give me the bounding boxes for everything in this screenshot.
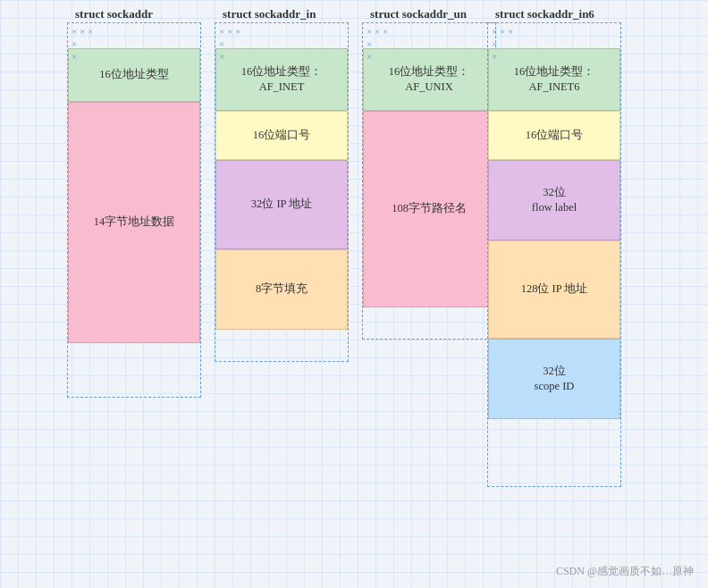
- sockaddr-un-field-0: 16位地址类型：AF_UNIX: [363, 48, 495, 111]
- sockaddr-in6-field-0: 16位地址类型：AF_INET6: [488, 48, 620, 111]
- sockaddr-in6-field-1: 16位端口号: [488, 111, 620, 160]
- struct-sockaddr-un-title: struct sockaddr_un: [370, 7, 467, 21]
- struct-sockaddr-in: struct sockaddr_in 16位地址类型：AF_INET 16位端口…: [215, 22, 349, 362]
- struct-sockaddr-in6-title: struct sockaddr_in6: [495, 7, 594, 21]
- sockaddr-in6-field-4: 32位scope ID: [488, 339, 620, 419]
- watermark: CSDN @感觉画质不如…原神: [556, 564, 694, 579]
- struct-sockaddr: struct sockaddr 16位地址类型 14字节地址数据: [67, 22, 201, 398]
- struct-sockaddr-in-title: struct sockaddr_in: [223, 7, 316, 21]
- struct-sockaddr-un: struct sockaddr_un 16位地址类型：AF_UNIX 108字节…: [362, 22, 496, 340]
- sockaddr-un-field-1: 108字节路径名: [363, 111, 495, 307]
- sockaddr-in6-field-2: 32位flow label: [488, 160, 620, 240]
- sockaddr-in-field-0: 16位地址类型：AF_INET: [215, 48, 348, 111]
- sockaddr-in-field-2: 32位 IP 地址: [215, 160, 348, 249]
- struct-sockaddr-in6: struct sockaddr_in6 16位地址类型：AF_INET6 16位…: [487, 22, 621, 487]
- sockaddr-field-0: 16位地址类型: [68, 48, 200, 102]
- sockaddr-field-1: 14字节地址数据: [68, 102, 200, 343]
- diagram-area: struct sockaddr 16位地址类型 14字节地址数据 struct …: [0, 0, 708, 588]
- sockaddr-in6-field-3: 128位 IP 地址: [488, 240, 620, 339]
- sockaddr-in-field-1: 16位端口号: [215, 111, 348, 160]
- sockaddr-in-field-3: 8字节填充: [215, 249, 348, 330]
- struct-sockaddr-title: struct sockaddr: [75, 7, 153, 21]
